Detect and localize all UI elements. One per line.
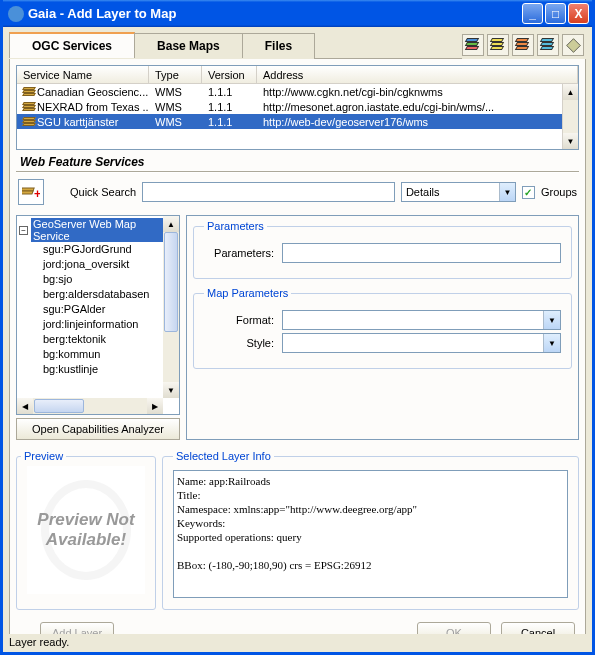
status-text: Layer ready.: [9, 636, 69, 648]
map-parameters-fieldset: Map Parameters Format: ▼ Style: ▼: [193, 287, 572, 369]
services-scrollbar[interactable]: ▲▼: [562, 84, 578, 149]
open-capabilities-analyzer-button[interactable]: Open Capabilities Analyzer: [16, 418, 180, 440]
window-title: Gaia - Add Layer to Map: [28, 6, 522, 21]
col-service-name[interactable]: Service Name: [17, 66, 149, 83]
tree-item[interactable]: sgu:PGAlder: [19, 302, 177, 317]
maximize-button[interactable]: □: [545, 3, 566, 24]
tree-item[interactable]: sgu:PGJordGrund: [19, 242, 177, 257]
preview-fieldset: Preview Preview Not Available!: [16, 450, 156, 610]
groups-label: Groups: [541, 186, 577, 198]
close-button[interactable]: X: [568, 3, 589, 24]
layer-tool-1[interactable]: [462, 34, 484, 56]
service-icon: [23, 102, 35, 112]
parameters-label: Parameters:: [204, 247, 274, 259]
details-dropdown[interactable]: Details ▼: [401, 182, 516, 202]
service-icon: [23, 87, 35, 97]
status-bar: Layer ready.: [3, 634, 592, 652]
parameters-fieldset: Parameters Parameters:: [193, 220, 572, 279]
preview-legend: Preview: [21, 450, 66, 462]
format-label: Format:: [204, 314, 274, 326]
groups-checkbox[interactable]: ✓: [522, 186, 535, 199]
table-row[interactable]: Canadian Geoscienc... WMS 1.1.1 http://w…: [17, 84, 578, 99]
layer-tree[interactable]: − GeoServer Web Map Service sgu:PGJordGr…: [16, 215, 180, 415]
tab-base-maps[interactable]: Base Maps: [134, 33, 243, 58]
tree-root[interactable]: − GeoServer Web Map Service: [19, 218, 177, 242]
tree-item[interactable]: berg:tektonik: [19, 332, 177, 347]
tree-item[interactable]: bg:sjo: [19, 272, 177, 287]
layer-tool-2[interactable]: [487, 34, 509, 56]
svg-text:+: +: [34, 187, 40, 201]
quick-search-input[interactable]: [142, 182, 395, 202]
tree-item[interactable]: bg:kustlinje: [19, 362, 177, 377]
service-icon: [23, 117, 35, 127]
tab-files[interactable]: Files: [242, 33, 315, 58]
wfs-section-header: Web Feature Services: [16, 150, 579, 172]
parameters-panel: Parameters Parameters: Map Parameters Fo…: [186, 215, 579, 440]
add-service-button[interactable]: +: [18, 179, 44, 205]
tree-item[interactable]: jord:linjeinformation: [19, 317, 177, 332]
tab-bar: OGC Services Base Maps Files: [9, 31, 586, 59]
tree-item[interactable]: jord:jona_oversikt: [19, 257, 177, 272]
col-type[interactable]: Type: [149, 66, 202, 83]
services-table-header: Service Name Type Version Address: [17, 66, 578, 84]
layer-tool-4[interactable]: [537, 34, 559, 56]
app-icon: [8, 6, 24, 22]
chevron-down-icon: ▼: [543, 311, 560, 329]
selected-layer-info-text[interactable]: [173, 470, 568, 598]
parameters-legend: Parameters: [204, 220, 267, 232]
svg-rect-1: [22, 191, 33, 194]
tree-item[interactable]: bg:kommun: [19, 347, 177, 362]
collapse-icon[interactable]: −: [19, 226, 28, 235]
quick-search-label: Quick Search: [70, 186, 136, 198]
minimize-button[interactable]: _: [522, 3, 543, 24]
tab-ogc-services[interactable]: OGC Services: [9, 32, 135, 58]
parameters-input[interactable]: [282, 243, 561, 263]
chevron-down-icon: ▼: [499, 183, 515, 201]
table-row[interactable]: NEXRAD from Texas ... WMS 1.1.1 http://m…: [17, 99, 578, 114]
services-table[interactable]: Service Name Type Version Address Canadi…: [16, 65, 579, 150]
table-row[interactable]: SGU karttjänster WMS 1.1.1 http://web-de…: [17, 114, 578, 129]
layer-tool-5[interactable]: [562, 34, 584, 56]
selected-layer-info-fieldset: Selected Layer Info: [162, 450, 579, 610]
selected-layer-info-legend: Selected Layer Info: [173, 450, 274, 462]
style-label: Style:: [204, 337, 274, 349]
col-version[interactable]: Version: [202, 66, 257, 83]
col-address[interactable]: Address: [257, 66, 578, 83]
preview-image: Preview Not Available!: [27, 466, 145, 594]
map-parameters-legend: Map Parameters: [204, 287, 291, 299]
tree-item[interactable]: berg:aldersdatabasen: [19, 287, 177, 302]
window-titlebar: Gaia - Add Layer to Map _ □ X: [3, 0, 592, 27]
layer-tool-3[interactable]: [512, 34, 534, 56]
tree-hscrollbar[interactable]: ◀▶: [17, 398, 163, 414]
format-dropdown[interactable]: ▼: [282, 310, 561, 330]
chevron-down-icon: ▼: [543, 334, 560, 352]
tree-vscrollbar[interactable]: ▲▼: [163, 216, 179, 398]
style-dropdown[interactable]: ▼: [282, 333, 561, 353]
add-service-icon: +: [22, 183, 40, 201]
